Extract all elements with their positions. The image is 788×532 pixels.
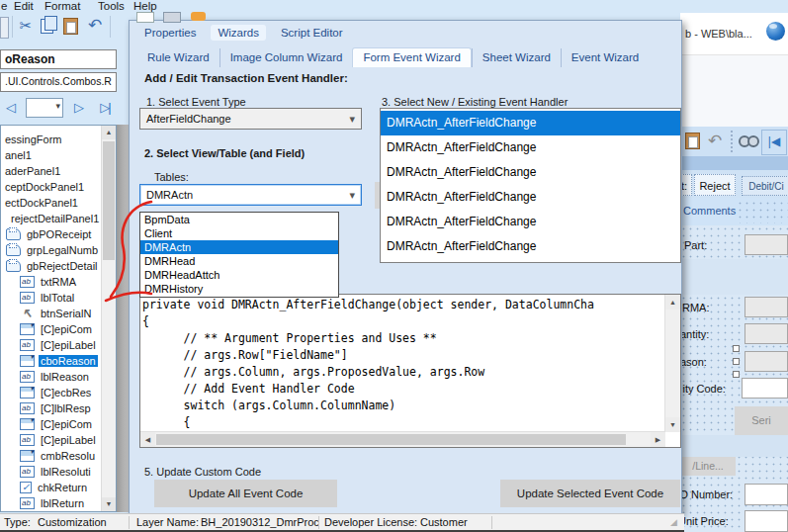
paste-icon[interactable] — [685, 133, 700, 149]
tab-script-editor[interactable]: Script Editor — [274, 25, 350, 41]
tree-item[interactable]: lblTotal — [1, 290, 116, 306]
part-field[interactable] — [744, 234, 788, 255]
tree-item-selected[interactable]: cboReason — [1, 353, 116, 369]
menu-file-partial[interactable]: e — [1, 0, 7, 12]
dropdown-option[interactable]: BpmData — [140, 213, 338, 226]
tree-item[interactable]: rejectDetailPanel1 — [1, 211, 116, 226]
handler-item[interactable]: DMRActn_AfterFieldChange — [381, 185, 680, 210]
tab-reject[interactable]: Reject — [694, 174, 736, 196]
dropdown-option[interactable]: DMRHistory — [140, 282, 338, 296]
line-button[interactable]: /Line... — [680, 457, 736, 476]
undo-icon[interactable]: ↶ — [85, 15, 105, 37]
menu-edit[interactable]: Edit — [14, 0, 34, 12]
menu-help[interactable]: Help — [133, 0, 157, 12]
status-separator — [491, 516, 492, 529]
reason-field[interactable] — [744, 351, 788, 372]
paste-icon[interactable] — [63, 18, 78, 35]
help-icon[interactable] — [191, 12, 206, 21]
tree-item[interactable]: [C]ecbRes — [1, 385, 116, 400]
tree-item[interactable]: [C]epiLabel — [1, 432, 116, 448]
prev-record-icon[interactable]: ◁ — [0, 96, 22, 120]
quality-code-field[interactable] — [742, 378, 788, 399]
handler-item[interactable]: DMRActn_AfterFieldChange — [381, 234, 680, 259]
tab-properties[interactable]: Properties — [137, 25, 203, 41]
tree-item[interactable]: gbPOReceipt — [1, 226, 116, 242]
handler-item[interactable]: DMRActn_AfterFieldChange — [381, 135, 680, 160]
tables-combo[interactable]: DMRActn — [139, 184, 362, 206]
selection-handle[interactable] — [733, 371, 740, 378]
globe-icon[interactable] — [766, 22, 785, 41]
dropdown-option[interactable]: DMRHead — [140, 254, 338, 268]
tree-item[interactable]: lblReturn — [1, 495, 116, 511]
handler-item[interactable]: DMRActn_AfterFieldChange — [381, 160, 680, 185]
tree-item[interactable]: lblReason — [1, 369, 116, 385]
scroll-right-icon[interactable]: ▶ — [651, 432, 665, 447]
code-hscrollbar[interactable]: ◀ ▶ — [140, 431, 665, 447]
unit-price-field[interactable] — [744, 510, 788, 532]
tab-form-event-wizard[interactable]: Form Event Wizard — [352, 47, 471, 67]
tree-item[interactable]: aderPanel1 — [1, 163, 116, 179]
screen-icon[interactable] — [163, 12, 181, 23]
tree-item[interactable]: [C]epiCom — [1, 321, 116, 337]
number-field[interactable] — [744, 484, 788, 505]
form-icon[interactable] — [136, 12, 154, 23]
tab-debit[interactable]: Debit/Ci — [742, 176, 788, 196]
handler-item[interactable]: DMRActn_AfterFieldChange — [381, 111, 680, 135]
tree-item[interactable]: [C]epiCom — [1, 416, 116, 432]
tab-event-wizard[interactable]: Event Wizard — [561, 48, 649, 67]
menu-format[interactable]: Format — [44, 0, 80, 12]
handler-item[interactable]: DMRActn_AfterFieldChange — [381, 210, 680, 234]
tree-item[interactable]: btnSerialN — [1, 306, 116, 321]
serial-button[interactable]: Seri — [735, 406, 788, 435]
dropdown-option[interactable]: Client — [140, 226, 338, 240]
tree-item[interactable]: [C]epiLabel — [1, 337, 116, 353]
resize-grip-icon[interactable]: ◢ — [670, 517, 677, 527]
event-type-combo[interactable]: AfterFieldChange — [139, 108, 362, 130]
last-record-icon[interactable]: ▷| — [93, 96, 117, 120]
cut-icon[interactable]: ✂ — [16, 15, 36, 37]
tree-item[interactable]: cmbResolu — [1, 448, 116, 464]
tab-sheet-wizard[interactable]: Sheet Wizard — [472, 48, 561, 67]
scroll-down-icon[interactable]: ▼ — [665, 417, 680, 432]
scroll-up-icon[interactable]: ▲ — [665, 295, 680, 310]
tree-item[interactable]: ecclUnitCo — [1, 511, 116, 512]
update-all-event-code-button[interactable]: Update All Event Code — [154, 480, 337, 507]
copy-icon[interactable] — [41, 19, 53, 34]
quantity-field[interactable] — [744, 323, 788, 344]
code-vscrollbar[interactable]: ▲ ▼ — [664, 295, 680, 432]
tab-image-column-wizard[interactable]: Image Column Wizard — [219, 48, 353, 67]
rma-field[interactable] — [744, 297, 788, 317]
menu-tools[interactable]: Tools — [98, 0, 125, 12]
panel-splitter[interactable] — [117, 125, 129, 512]
tree-item[interactable]: chkReturn — [1, 480, 116, 495]
scroll-down-icon[interactable]: ▼ — [102, 497, 116, 511]
tree-item[interactable]: [C]lblResp — [1, 400, 116, 416]
undo-icon[interactable]: ↶ — [705, 130, 725, 153]
partial-icon[interactable] — [0, 17, 9, 39]
tree-item[interactable]: lblResoluti — [1, 464, 116, 480]
tree-item[interactable]: gbRejectDetail — [1, 258, 116, 274]
scroll-left-icon[interactable]: ◀ — [140, 432, 155, 447]
scroll-thumb[interactable] — [156, 434, 626, 445]
tab-wizards[interactable]: Wizards — [211, 25, 266, 41]
next-record-icon[interactable]: ▷ — [67, 96, 91, 120]
selection-handle[interactable] — [733, 345, 740, 352]
tree-item[interactable]: grpLegalNumb — [1, 242, 116, 258]
tree-item[interactable]: anel1 — [1, 147, 116, 163]
record-combo[interactable] — [26, 98, 63, 118]
first-record-icon[interactable]: |◀ — [761, 130, 787, 155]
tree-item[interactable]: txtRMA — [1, 274, 116, 290]
tab-rule-wizard[interactable]: Rule Wizard — [137, 48, 219, 67]
tree-item[interactable]: ectDockPanel1 — [1, 195, 116, 211]
selection-handle[interactable] — [733, 358, 740, 365]
code-editor[interactable]: private void DMRActn_AfterFieldChange(ob… — [139, 294, 681, 448]
tree-scrollbar[interactable]: ▲ ▼ — [101, 126, 116, 511]
find-icon[interactable] — [747, 135, 759, 147]
scroll-up-icon[interactable]: ▲ — [102, 126, 116, 139]
dropdown-option-selected[interactable]: DMRActn — [140, 240, 338, 254]
scroll-thumb[interactable] — [103, 141, 115, 260]
tree-item[interactable]: ceptDockPanel1 — [1, 179, 116, 195]
update-selected-event-code-button[interactable]: Update Selected Event Code — [500, 480, 680, 507]
tree-item[interactable]: essingForm — [1, 132, 116, 147]
dropdown-option[interactable]: DMRHeadAttch — [140, 268, 338, 282]
